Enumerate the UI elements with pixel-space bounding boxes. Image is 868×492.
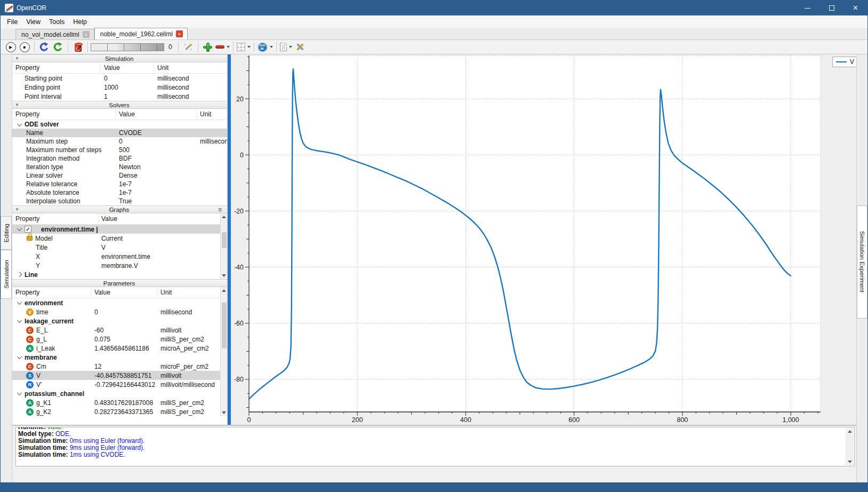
chevron-down-icon[interactable] — [17, 318, 22, 323]
property-row[interactable]: Iteration typeNewton — [12, 163, 227, 171]
add-graph-panel-button[interactable] — [202, 41, 214, 53]
property-row[interactable]: ODE solver — [12, 120, 227, 129]
reload-view-button[interactable] — [52, 41, 65, 53]
chevron-down-icon[interactable] — [17, 299, 22, 305]
property-label: g_K1 — [36, 399, 51, 407]
property-row[interactable]: ✓environment.time | membrane.V — [12, 225, 227, 234]
graphs-menu-icon[interactable]: ≡ — [218, 206, 226, 213]
reset-parameters-button[interactable] — [71, 41, 84, 53]
side-tab-editing[interactable]: Editing — [1, 216, 12, 250]
section-header-parameters[interactable]: Parameters — [12, 279, 227, 287]
section-title: Parameters — [20, 280, 218, 287]
scroll-down-icon[interactable] — [848, 461, 852, 463]
chevron-down-icon[interactable] — [17, 354, 22, 359]
menu-tools[interactable]: Tools — [45, 17, 69, 27]
property-row[interactable]: Xenvironment.time — [12, 252, 227, 261]
scrollbar-thumb[interactable] — [222, 303, 227, 348]
vertical-scrollbar[interactable] — [220, 287, 227, 416]
unit-cell: millisecond — [154, 92, 227, 101]
unit-cell — [197, 180, 227, 188]
cellml-wand-button[interactable] — [182, 41, 195, 53]
section-header-solvers[interactable]: ▼Solvers — [12, 101, 227, 109]
property-row[interactable]: Ending point1000millisecond — [12, 83, 227, 92]
parameter-row[interactable]: SV-40.8457538851751millivolt — [12, 371, 227, 380]
reset-model-button[interactable] — [38, 41, 51, 53]
graph-checkbox[interactable]: ✓ — [25, 226, 31, 233]
property-row[interactable]: Relative tolerance1e-7 — [12, 180, 227, 188]
parameter-row[interactable]: RV'-0.729642166443012millivolt/milliseco… — [12, 380, 227, 389]
file-export-button[interactable] — [280, 41, 293, 53]
stop-simulation-button[interactable]: ■ — [18, 41, 31, 53]
property-row[interactable]: Ymembrane.V — [12, 261, 227, 270]
minimize-button[interactable] — [795, 1, 819, 15]
parameter-row[interactable]: CCm12microF_per_cm2 — [12, 362, 227, 371]
close-button[interactable]: × — [843, 1, 867, 15]
simulation-delay-wheel[interactable] — [91, 43, 164, 51]
menu-file[interactable]: File — [3, 17, 22, 27]
sedml-export-button[interactable]: SEDML — [258, 41, 273, 53]
parameter-row[interactable]: Cg_L0.075milliS_per_cm2 — [12, 335, 227, 344]
parameter-row[interactable]: Vtime0millisecond — [12, 307, 227, 316]
maximize-button[interactable] — [819, 1, 843, 15]
collapse-triangle-icon[interactable]: ▼ — [15, 56, 20, 61]
parameter-row[interactable]: Ai_Leak1.43656845861186microA_per_cm2 — [12, 344, 227, 353]
document-tab-1[interactable]: noble_model_1962.cellml× — [94, 28, 188, 39]
magic-wand-icon — [183, 42, 193, 52]
dropdown-arrow-icon — [270, 46, 273, 48]
scroll-down-icon[interactable] — [222, 411, 226, 414]
property-row[interactable]: Maximum step0millisecond — [12, 137, 227, 146]
unit-cell — [157, 353, 227, 362]
chevron-down-icon[interactable] — [17, 121, 22, 126]
tab-close-icon[interactable]: × — [83, 31, 90, 38]
collapse-triangle-icon[interactable]: ▼ — [15, 207, 20, 212]
remove-graph-panel-button[interactable] — [215, 41, 230, 53]
property-row[interactable]: Linear solverDense — [12, 171, 227, 180]
document-tab-0[interactable]: no_voi_model.cellml× — [15, 29, 94, 39]
parameter-row[interactable]: Ag_K10.483017629187008milliS_per_cm2 — [12, 398, 227, 407]
scroll-up-icon[interactable] — [222, 289, 226, 292]
chevron-right-icon[interactable] — [17, 272, 22, 277]
interaction-mode-button[interactable] — [237, 41, 251, 53]
property-row[interactable]: Absolute tolerance1e-7 — [12, 188, 227, 197]
side-tab-simulation-experiment[interactable]: Simulation Experiment — [857, 205, 867, 319]
property-row[interactable]: Point interval1millisecond — [12, 92, 227, 101]
section-header-graphs[interactable]: ▼Graphs≡ — [12, 205, 227, 213]
property-row[interactable]: Line — [12, 270, 227, 279]
chart-area[interactable]: 02004006008001,000200-20-40-60-80V — [231, 54, 856, 425]
menu-help[interactable]: Help — [69, 17, 91, 27]
section-header-simulation[interactable]: ▼Simulation — [12, 54, 227, 62]
property-label: membrane — [25, 354, 57, 361]
property-cell: ✓environment.time | membrane.V — [12, 225, 98, 234]
plot-canvas[interactable]: 02004006008001,000200-20-40-60-80 — [231, 54, 856, 425]
parameter-row[interactable]: Ag_K20.282723643371365milliS_per_cm2 — [12, 407, 227, 416]
tab-close-icon[interactable]: × — [176, 30, 183, 37]
run-simulation-button[interactable]: ▶ — [4, 41, 17, 53]
menu-view[interactable]: View — [22, 17, 45, 27]
scrollbar-thumb[interactable] — [222, 232, 227, 248]
property-row[interactable]: NameCVODE — [12, 129, 227, 137]
scroll-up-icon[interactable] — [222, 216, 226, 218]
property-row[interactable]: Integration methodBDF — [12, 154, 227, 163]
scroll-up-icon[interactable] — [848, 430, 852, 433]
scroll-down-icon[interactable] — [222, 274, 226, 277]
property-row[interactable]: Starting point0millisecond — [12, 74, 227, 83]
side-tab-simulation[interactable]: Simulation — [1, 250, 12, 299]
value-cell: BDF — [116, 154, 197, 163]
property-label: Integration method — [26, 155, 79, 162]
parameter-row[interactable]: CE_L-60millivolt — [12, 326, 227, 335]
column-header-cell: Value — [116, 109, 197, 120]
property-row[interactable]: TitleV — [12, 243, 227, 252]
property-row[interactable]: ModelCurrent — [12, 234, 227, 243]
preferences-button[interactable] — [294, 41, 307, 53]
property-row[interactable]: Maximum number of steps500 — [12, 146, 227, 154]
log-scrollbar[interactable] — [846, 428, 854, 465]
property-row[interactable]: Interpolate solutionTrue — [12, 197, 227, 205]
chevron-down-icon[interactable] — [17, 226, 22, 231]
chevron-down-icon[interactable] — [17, 390, 22, 395]
parameter-row[interactable]: environment — [12, 298, 227, 307]
parameter-row[interactable]: leakage_current — [12, 316, 227, 326]
vertical-scrollbar[interactable] — [220, 213, 227, 279]
collapse-triangle-icon[interactable]: ▼ — [15, 102, 20, 107]
parameter-row[interactable]: membrane — [12, 353, 227, 362]
parameter-row[interactable]: potassium_channel — [12, 389, 227, 398]
